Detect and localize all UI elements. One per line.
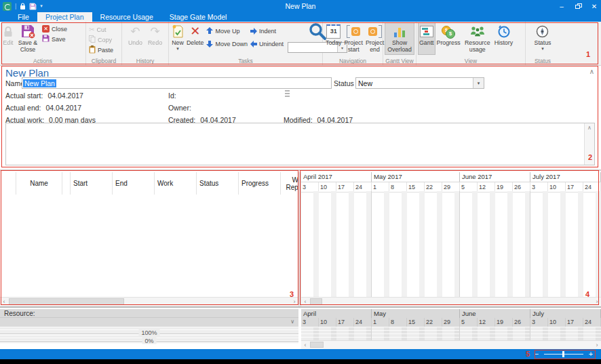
scrollbar-thumb[interactable]	[310, 298, 322, 305]
tab-resource-usage[interactable]: Resource Usage	[92, 12, 161, 22]
resource-week-label: 17	[336, 318, 354, 327]
gantt-week-label: 10	[548, 182, 566, 192]
task-table-body[interactable]	[0, 195, 298, 298]
tab-file[interactable]: File	[9, 12, 37, 22]
delete-task-button[interactable]: ✕ Delete	[185, 22, 205, 55]
compass-icon	[536, 24, 549, 39]
scroll-left-icon[interactable]: ‹	[301, 298, 309, 306]
paste-button[interactable]: Paste	[88, 45, 115, 54]
show-overload-button[interactable]: Show Overload	[385, 22, 414, 55]
status-button[interactable]: Status ▾	[533, 22, 553, 55]
gantt-week-label: 12	[478, 182, 495, 192]
resource-usage-button[interactable]: Resource usage	[462, 22, 493, 55]
cut-button[interactable]: ✂ Cut	[88, 25, 115, 34]
task-table-hscrollbar[interactable]: ‹ ›	[0, 297, 298, 306]
column-header-start[interactable]: Start	[71, 172, 113, 195]
gantt-body[interactable]	[301, 191, 601, 298]
ribbon-group-clipboard: ✂ Cut Copy Paste	[86, 22, 122, 65]
history-view-button[interactable]: History	[493, 22, 514, 55]
quick-access-toolbar: | ▾	[3, 2, 43, 11]
lock-icon	[3, 24, 14, 39]
scrollbar-thumb[interactable]	[310, 342, 324, 348]
app-icon[interactable]	[3, 2, 12, 11]
notes-textarea[interactable]: ∧	[5, 123, 595, 165]
arrow-right-icon	[250, 28, 257, 35]
resource-hscrollbar[interactable]: ‹ ›	[301, 340, 601, 349]
indent-button[interactable]: Indent	[249, 26, 285, 35]
collapse-form-icon[interactable]: ∧	[589, 68, 594, 75]
column-header-progress[interactable]: Progress	[239, 172, 281, 195]
scroll-right-icon[interactable]: ›	[593, 341, 601, 349]
minimize-button[interactable]: –	[558, 0, 566, 12]
gantt-hscrollbar[interactable]: ‹ ›	[301, 297, 601, 306]
status-combobox[interactable]: New ▾	[355, 77, 484, 89]
today-label: Today	[326, 40, 341, 47]
redo-button[interactable]: ↷ Redo	[147, 22, 163, 55]
status-label: Status	[334, 79, 354, 87]
id-copy-icon[interactable]	[285, 90, 290, 98]
owner-label: Owner:	[168, 104, 191, 112]
resource-week-label: 15	[407, 318, 425, 327]
undo-button[interactable]: ↶ Undo	[127, 22, 144, 55]
copy-button[interactable]: Copy	[88, 35, 115, 44]
tab-project-plan[interactable]: Project Plan	[37, 12, 92, 22]
unindent-button[interactable]: Unindent	[249, 39, 285, 48]
resource-week-label: 26	[513, 318, 530, 327]
gantt-week-label: 29	[442, 182, 460, 192]
save-and-close-button[interactable]: Save & Close	[15, 22, 41, 55]
column-header-info[interactable]	[62, 172, 71, 195]
group-label-status: Status	[527, 57, 558, 65]
scroll-up-icon[interactable]: ∧	[585, 123, 594, 132]
zoom-out-button[interactable]: −	[533, 350, 540, 359]
scrollbar-thumb[interactable]	[9, 298, 124, 305]
scroll-right-icon[interactable]: ›	[593, 298, 601, 306]
edit-button[interactable]: Edit	[1, 22, 15, 55]
project-end-button[interactable]: Project end	[364, 22, 385, 55]
column-header-indicator[interactable]	[0, 172, 16, 195]
qat-dropdown-icon[interactable]: ▾	[40, 3, 43, 9]
column-header-status[interactable]: Status	[197, 172, 239, 195]
zoom-in-button[interactable]: +	[587, 350, 594, 359]
gantt-week-label: 17	[336, 182, 354, 192]
resource-week-label: 24	[354, 318, 372, 327]
scroll-left-icon[interactable]: ‹	[0, 298, 8, 306]
lock-icon[interactable]	[20, 3, 26, 10]
group-label-history: History	[123, 57, 167, 65]
quick-save-icon[interactable]	[29, 3, 37, 10]
restore-button[interactable]	[574, 0, 582, 12]
column-header-work[interactable]: Work	[155, 172, 197, 195]
resource-week-label: 3	[301, 318, 319, 327]
gantt-view-button[interactable]: Gantt	[418, 22, 435, 55]
resource-month-label: April	[301, 309, 372, 318]
save-button[interactable]: Save	[41, 35, 69, 43]
redo-label: Redo	[148, 40, 162, 47]
resource-right-pane: AprilMayJuneJuly 31017241815222951219263…	[301, 308, 601, 349]
column-header-end[interactable]: End	[113, 172, 155, 195]
project-start-button[interactable]: Project start	[343, 22, 364, 55]
scroll-right-icon[interactable]: ›	[290, 298, 298, 306]
group-label-clipboard: Clipboard	[88, 57, 120, 65]
column-header-name[interactable]: Name	[16, 172, 62, 195]
chevron-down-icon[interactable]: ∨	[290, 319, 294, 325]
close-button[interactable]: ✕	[590, 0, 598, 12]
zoom-slider[interactable]	[544, 354, 583, 355]
move-up-button[interactable]: Move Up	[205, 26, 249, 35]
new-task-button[interactable]: New ▾	[170, 22, 185, 55]
resource-month-row: AprilMayJuneJuly	[301, 309, 601, 319]
column-header-work-reported[interactable]: Work Reported	[281, 172, 298, 195]
notes-scrollbar[interactable]: ∧	[584, 123, 594, 165]
move-down-button[interactable]: Move Down	[205, 39, 249, 48]
tab-stage-gate-model[interactable]: Stage Gate Model	[161, 12, 235, 22]
project-start-icon	[347, 24, 360, 39]
status-dropdown-icon[interactable]: ▾	[473, 78, 484, 88]
id-label: Id:	[168, 92, 176, 100]
actual-start-label: Actual start:	[5, 92, 43, 100]
resource-selector[interactable]: ∨	[0, 318, 298, 327]
resource-usage-label: Resource usage	[463, 40, 492, 54]
close-plan-button[interactable]: ✕ Close	[41, 24, 69, 33]
today-button[interactable]: 31 Today	[324, 22, 343, 55]
name-input[interactable]: New Plan	[22, 77, 332, 89]
progress-button[interactable]: $ $ Progress	[435, 22, 462, 55]
scroll-left-icon[interactable]: ‹	[301, 341, 309, 349]
zoom-slider-thumb[interactable]	[562, 351, 564, 357]
